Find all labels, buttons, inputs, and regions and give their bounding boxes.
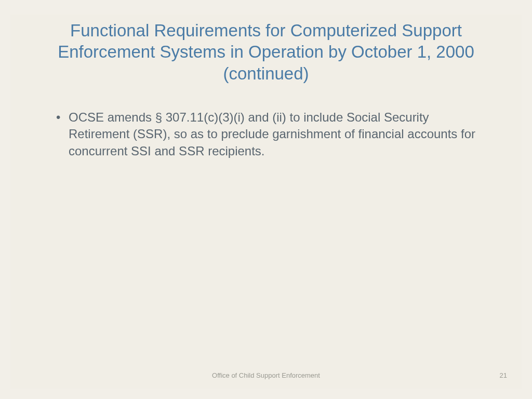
bullet-list: OCSE amends § 307.11(c)(3)(i) and (ii) t… (42, 109, 490, 159)
slide-container: Functional Requirements for Computerized… (0, 0, 532, 399)
slide-panel: Functional Requirements for Computerized… (10, 15, 522, 389)
slide-title: Functional Requirements for Computerized… (42, 20, 490, 84)
footer-text: Office of Child Support Enforcement (10, 371, 522, 379)
page-number: 21 (500, 371, 507, 379)
list-item: OCSE amends § 307.11(c)(3)(i) and (ii) t… (56, 109, 490, 159)
